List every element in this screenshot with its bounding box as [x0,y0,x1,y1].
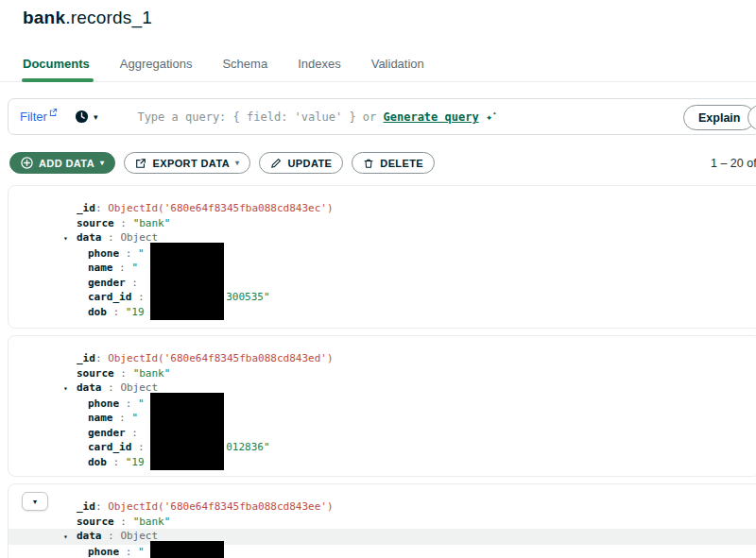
export-icon [135,158,146,169]
update-label: UPDATE [287,158,332,169]
field-text: "19 [126,306,145,318]
document-field-row[interactable]: ▾data : Object [9,230,756,246]
document-field-row[interactable]: ▾data : Object [9,529,756,545]
query-input[interactable]: Type a query: { field: 'value' } or Gene… [137,110,496,124]
tab-schema[interactable]: Schema [222,57,267,82]
field-text: : [126,277,145,289]
field-text: : [102,381,121,394]
field-text: _id [77,352,95,364]
field-text: ObjectId('680e64f8345fba088cd843ed') [108,352,333,364]
document-field-row[interactable]: ▾data : Object [9,380,756,397]
field-text: name [88,262,113,274]
collapse-caret-icon[interactable]: ▾ [63,530,77,545]
field-text: gender [88,427,126,439]
filter-link[interactable]: Filter [20,110,58,124]
field-text: " [131,262,138,274]
field-text: name [88,412,113,424]
document-card: _id: ObjectId('680e64f8345fba088cd843ec'… [8,185,756,329]
document-field-row[interactable]: dob : "19 [9,455,756,470]
tab-validation[interactable]: Validation [371,57,424,82]
document-field-row[interactable]: _id: ObjectId('680e64f8345fba088cd843ee'… [9,499,756,515]
field-text: : [102,530,121,542]
document-field-row[interactable]: phone : " [9,545,756,558]
query-bar: Filter ▾ Type a query: { field: 'value' … [8,98,756,135]
document-field-row[interactable]: card_id : 300535" [9,290,756,305]
field-text: data [77,231,102,244]
document-field-row[interactable]: phone : " [9,246,756,262]
redaction-box [150,243,224,320]
query-history-button[interactable]: ▾ [75,110,98,124]
document-field-row[interactable]: gender : [9,426,756,441]
field-text: " [131,412,138,424]
document-field-row[interactable]: phone : " [9,397,756,412]
query-placeholder-text: Type a query: { field: 'value' } or [137,110,383,124]
add-circle-icon [21,157,33,169]
field-text: " [138,546,145,558]
field-text: "bank" [133,516,171,528]
generate-query-link[interactable]: Generate query [384,110,479,124]
document-field-row[interactable]: card_id : 012836" [9,440,756,455]
field-text: phone [88,546,119,558]
document-field-row[interactable]: gender : [9,276,756,291]
field-text: : [102,231,121,244]
field-text: : [131,441,150,453]
field-text: : [131,291,150,303]
collection-name: .records_1 [65,8,152,27]
field-text: dob [88,306,107,318]
chevron-down-icon: ▾ [235,159,239,167]
field-text: : [95,352,108,364]
field-text: 012836" [226,441,269,453]
export-data-button[interactable]: EXPORT DATA ▾ [124,152,250,174]
field-text: "19 [126,456,145,468]
collapse-caret-icon[interactable]: ▾ [63,231,77,246]
field-text: dob [88,456,107,468]
clock-icon [75,110,89,124]
field-text: _id [77,202,95,214]
field-text: " [138,397,145,410]
add-data-label: ADD DATA [39,158,94,169]
field-text: : [114,217,133,229]
field-text: : [119,546,138,558]
tab-aggregations[interactable]: Aggregations [120,57,193,82]
tab-indexes[interactable]: Indexes [298,57,341,82]
document-field-row[interactable]: source : "bank" [9,216,756,231]
field-text: : [113,412,132,424]
sparkle-small-icon: ✦ [492,110,496,117]
filter-label: Filter [20,110,47,124]
delete-label: DELETE [380,158,423,169]
chevron-down-icon: ▾ [100,159,104,167]
crud-toolbar: ADD DATA ▾ EXPORT DATA ▾ UPDATE DELETE [9,152,435,174]
document-field-row[interactable]: source : "bank" [9,366,756,381]
field-text: source [77,367,114,380]
collapse-caret-icon[interactable]: ▾ [63,381,77,397]
active-tab-underline [22,78,94,82]
field-text: " [138,247,145,260]
field-text: card_id [88,291,131,303]
field-text: : [119,397,138,410]
chevron-down-icon: ▾ [94,112,98,122]
field-text: 300535" [226,291,269,303]
document-field-row[interactable]: dob : "19 [9,305,756,320]
database-name: bank [23,8,65,27]
field-text: : [113,262,132,274]
field-text: phone [88,397,119,410]
field-text: : [95,500,108,513]
field-text: source [77,516,114,528]
document-field-row[interactable]: name : " [9,411,756,426]
field-text: ObjectId('680e64f8345fba088cd843ee') [108,500,333,513]
pagination-status: 1 – 20 of [711,157,756,170]
add-data-button[interactable]: ADD DATA ▾ [9,152,115,174]
document-field-row[interactable]: source : "bank" [9,515,756,530]
field-text: : [107,306,126,318]
document-field-row[interactable]: _id: ObjectId('680e64f8345fba088cd843ed'… [9,351,756,366]
document-list: _id: ObjectId('680e64f8345fba088cd843ec'… [8,185,756,558]
update-button[interactable]: UPDATE [259,152,343,174]
document-card: ▾_id: ObjectId('680e64f8345fba088cd843ee… [8,483,756,558]
delete-button[interactable]: DELETE [352,152,435,174]
document-field-row[interactable]: name : " [9,261,756,276]
field-text: "bank" [133,367,171,380]
field-text: phone [88,247,119,260]
field-text: : [114,367,133,380]
document-field-row[interactable]: _id: ObjectId('680e64f8345fba088cd843ec'… [9,201,756,216]
explain-button[interactable]: Explain [683,105,755,130]
